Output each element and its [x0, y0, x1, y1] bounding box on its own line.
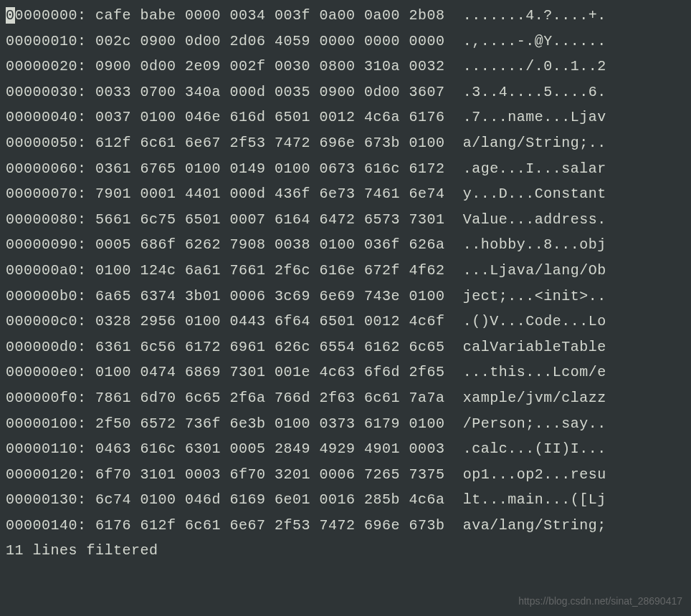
- offset: 00000040: [6, 109, 77, 125]
- offset: 000000b0: [6, 288, 77, 304]
- ascii-repr: ava/lang/String;: [463, 517, 606, 534]
- hex-row: 00000130: 6c74 0100 046d 6169 6e01 0016 …: [6, 487, 685, 513]
- ascii-repr: ......./.0..1..2: [463, 58, 606, 74]
- hex-row: 000000b0: 6a65 6374 3b01 0006 3c69 6e69 …: [6, 284, 685, 309]
- offset: 00000120: [6, 466, 77, 483]
- hex-row: 00000070: 7901 0001 4401 000d 436f 6e73 …: [6, 181, 685, 207]
- hex-bytes: 2f50 6572 736f 6e3b 0100 0373 6179 0100: [95, 415, 445, 432]
- watermark: https://blog.csdn.net/sinat_28690417: [518, 592, 682, 610]
- hex-row: 00000140: 6176 612f 6c61 6e67 2f53 7472 …: [6, 513, 685, 539]
- hex-row: 00000040: 0037 0100 046e 616d 6501 0012 …: [6, 105, 685, 130]
- ascii-repr: .age...I...salar: [463, 160, 606, 177]
- hex-bytes: 002c 0900 0d00 2d06 4059 0000 0000 0000: [95, 33, 445, 49]
- ascii-repr: /Person;...say..: [463, 415, 606, 432]
- offset: 000000c0: [6, 313, 77, 329]
- ascii-repr: .3..4....5....6.: [463, 84, 606, 100]
- offset: 00000090: [6, 236, 77, 253]
- hex-row: 00000050: 612f 6c61 6e67 2f53 7472 696e …: [6, 130, 685, 156]
- offset: 0000000: [15, 7, 78, 24]
- hex-bytes: 0100 0474 6869 7301 001e 4c63 6f6d 2f65: [95, 364, 445, 380]
- hex-bytes: 6f70 3101 0003 6f70 3201 0006 7265 7375: [95, 466, 445, 483]
- hex-bytes: cafe babe 0000 0034 003f 0a00 0a00 2b08: [95, 7, 445, 24]
- ascii-repr: Value...address.: [463, 211, 606, 228]
- offset: 00000080: [6, 211, 77, 228]
- hex-row: 00000060: 0361 6765 0100 0149 0100 0673 …: [6, 156, 685, 182]
- hex-bytes: 6361 6c56 6172 6961 626c 6554 6162 6c65: [95, 339, 445, 355]
- hex-row: 000000e0: 0100 0474 6869 7301 001e 4c63 …: [6, 360, 685, 385]
- hex-bytes: 6176 612f 6c61 6e67 2f53 7472 696e 673b: [95, 517, 445, 534]
- offset: 000000d0: [6, 339, 77, 355]
- offset: 00000060: [6, 160, 77, 177]
- hex-row: 000000d0: 6361 6c56 6172 6961 626c 6554 …: [6, 335, 685, 360]
- hex-row: 00000090: 0005 686f 6262 7908 0038 0100 …: [6, 232, 685, 258]
- hex-row: 00000110: 0463 616c 6301 0005 2849 4929 …: [6, 436, 685, 462]
- hex-bytes: 6a65 6374 3b01 0006 3c69 6e69 743e 0100: [95, 288, 445, 304]
- hex-bytes: 0037 0100 046e 616d 6501 0012 4c6a 6176: [95, 109, 445, 125]
- ascii-repr: .,....-.@Y......: [463, 33, 606, 49]
- cursor: 0: [6, 7, 15, 24]
- ascii-repr: ...this...Lcom/e: [463, 364, 606, 380]
- hex-row: 000000a0: 0100 124c 6a61 7661 2f6c 616e …: [6, 258, 685, 284]
- hex-row: 00000000: cafe babe 0000 0034 003f 0a00 …: [6, 3, 685, 29]
- hex-bytes: 7861 6d70 6c65 2f6a 766d 2f63 6c61 7a7a: [95, 390, 445, 406]
- ascii-repr: a/lang/String;..: [463, 135, 606, 151]
- hex-bytes: 7901 0001 4401 000d 436f 6e73 7461 6e74: [95, 186, 445, 202]
- hex-row: 00000080: 5661 6c75 6501 0007 6164 6472 …: [6, 207, 685, 233]
- hex-bytes: 0361 6765 0100 0149 0100 0673 616c 6172: [95, 160, 445, 177]
- ascii-repr: op1...op2...resu: [463, 466, 606, 483]
- ascii-repr: .calc...(II)I...: [463, 441, 606, 457]
- hex-bytes: 0328 2956 0100 0443 6f64 6501 0012 4c6f: [95, 313, 445, 329]
- hex-bytes: 5661 6c75 6501 0007 6164 6472 6573 7301: [95, 211, 445, 228]
- offset: 000000f0: [6, 390, 77, 406]
- offset: 000000e0: [6, 364, 77, 380]
- hex-bytes: 0100 124c 6a61 7661 2f6c 616e 672f 4f62: [95, 262, 445, 279]
- ascii-repr: ject;...<init>..: [463, 288, 606, 304]
- offset: 000000a0: [6, 262, 77, 279]
- offset: 00000100: [6, 415, 77, 432]
- offset: 00000070: [6, 186, 77, 202]
- offset: 00000020: [6, 58, 77, 74]
- offset: 00000110: [6, 441, 77, 457]
- hex-bytes: 6c74 0100 046d 6169 6e01 0016 285b 4c6a: [95, 491, 445, 508]
- hex-bytes: 0005 686f 6262 7908 0038 0100 036f 626a: [95, 236, 445, 253]
- hex-row: 00000020: 0900 0d00 2e09 002f 0030 0800 …: [6, 54, 685, 80]
- offset: 00000010: [6, 33, 77, 49]
- offset: 00000030: [6, 84, 77, 100]
- hex-bytes: 0033 0700 340a 000d 0035 0900 0d00 3607: [95, 84, 445, 100]
- offset: 00000050: [6, 135, 77, 151]
- offset: 00000140: [6, 517, 77, 534]
- hex-row: 00000100: 2f50 6572 736f 6e3b 0100 0373 …: [6, 411, 685, 437]
- ascii-repr: .()V...Code...Lo: [463, 313, 606, 329]
- hex-row: 00000120: 6f70 3101 0003 6f70 3201 0006 …: [6, 462, 685, 488]
- ascii-repr: .7...name...Ljav: [463, 109, 606, 125]
- hex-row: 000000f0: 7861 6d70 6c65 2f6a 766d 2f63 …: [6, 385, 685, 411]
- hex-row: 000000c0: 0328 2956 0100 0443 6f64 6501 …: [6, 309, 685, 335]
- ascii-repr: ...Ljava/lang/Ob: [463, 262, 606, 279]
- ascii-repr: calVariableTable: [463, 339, 606, 355]
- ascii-repr: .......4.?....+.: [463, 7, 606, 24]
- hexdump-viewer: 00000000: cafe babe 0000 0034 003f 0a00 …: [6, 3, 685, 538]
- hex-bytes: 612f 6c61 6e67 2f53 7472 696e 673b 0100: [95, 135, 445, 151]
- ascii-repr: ..hobby..8...obj: [463, 236, 606, 253]
- offset: 00000130: [6, 491, 77, 508]
- hex-row: 00000010: 002c 0900 0d00 2d06 4059 0000 …: [6, 29, 685, 54]
- ascii-repr: lt...main...([Lj: [463, 491, 606, 508]
- ascii-repr: xample/jvm/clazz: [463, 390, 606, 406]
- hex-bytes: 0900 0d00 2e09 002f 0030 0800 310a 0032: [95, 58, 445, 74]
- hex-bytes: 0463 616c 6301 0005 2849 4929 4901 0003: [95, 441, 445, 457]
- ascii-repr: y...D...Constant: [463, 186, 606, 202]
- hex-row: 00000030: 0033 0700 340a 000d 0035 0900 …: [6, 80, 685, 105]
- status-line: 11 lines filtered: [6, 538, 685, 564]
